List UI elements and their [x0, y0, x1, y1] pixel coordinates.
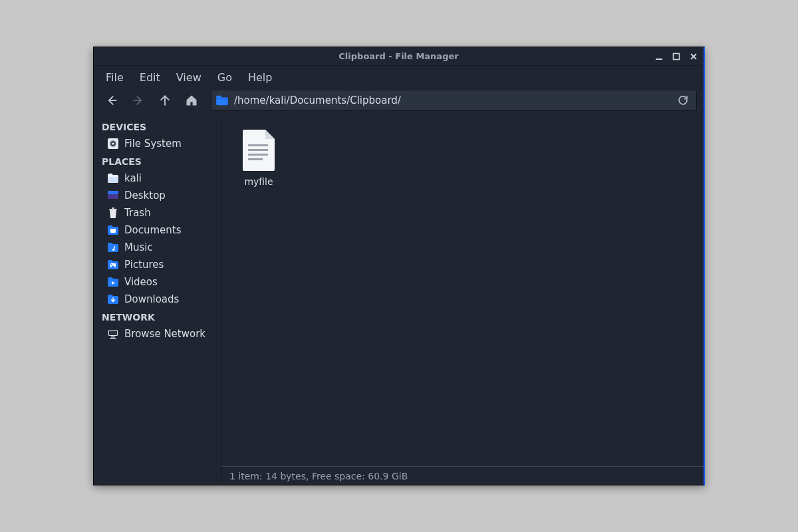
sidebar-item-label: Trash: [124, 207, 151, 219]
sidebar-item-label: File System: [124, 138, 182, 150]
sidebar-item-pictures[interactable]: Pictures: [94, 256, 221, 273]
window-controls: [652, 47, 701, 65]
menu-edit[interactable]: Edit: [133, 68, 167, 86]
sidebar-item-label: Music: [124, 241, 153, 253]
pictures-folder-icon: [107, 259, 119, 271]
close-icon: [690, 53, 698, 61]
svg-rect-1: [674, 53, 680, 59]
svg-rect-8: [109, 209, 117, 210]
arrow-right-icon: [132, 94, 145, 107]
svg-rect-0: [656, 59, 662, 60]
sidebar-header-places: PLACES: [94, 152, 221, 170]
file-item-myfile[interactable]: myfile: [232, 126, 285, 190]
menubar: File Edit View Go Help: [94, 66, 704, 88]
forward-button[interactable]: [127, 89, 150, 112]
maximize-icon: [672, 53, 680, 61]
pathbar[interactable]: [211, 90, 697, 111]
svg-point-11: [112, 249, 114, 251]
svg-rect-5: [108, 177, 118, 183]
music-folder-icon: [107, 241, 119, 253]
sidebar-item-label: Browse Network: [124, 328, 205, 340]
sidebar-item-label: Videos: [124, 276, 158, 288]
sidebar-item-label: Documents: [124, 224, 182, 236]
sidebar-item-videos[interactable]: Videos: [94, 273, 221, 291]
svg-point-13: [111, 264, 112, 265]
sidebar-item-file-system[interactable]: File System: [94, 135, 221, 152]
sidebar-header-devices: DEVICES: [94, 118, 221, 135]
sidebar-item-label: Pictures: [124, 259, 164, 271]
text-file-icon: [240, 128, 277, 172]
svg-rect-20: [248, 154, 268, 156]
sidebar-header-network: NETWORK: [94, 308, 221, 325]
sidebar-item-desktop[interactable]: Desktop: [94, 187, 221, 204]
minimize-icon: [655, 53, 663, 61]
home-button[interactable]: [180, 89, 203, 112]
file-grid[interactable]: myfile: [221, 115, 704, 466]
back-button[interactable]: [100, 89, 123, 112]
file-manager-window: Clipboard - File Manager File Edit View …: [93, 47, 705, 485]
home-icon: [185, 94, 198, 107]
content-area: myfile 1 item: 14 bytes, Free space: 60.…: [221, 115, 704, 485]
trash-icon: [107, 207, 119, 219]
svg-rect-15: [109, 331, 117, 335]
sidebar-item-label: Downloads: [124, 293, 179, 305]
refresh-button[interactable]: [674, 91, 692, 110]
home-folder-icon: [107, 172, 119, 184]
downloads-folder-icon: [107, 293, 119, 305]
window-body: DEVICES File System PLACES kali Desktop: [94, 115, 704, 485]
sidebar: DEVICES File System PLACES kali Desktop: [94, 115, 221, 485]
refresh-icon: [677, 94, 689, 106]
svg-rect-10: [110, 229, 116, 233]
drive-icon: [107, 138, 119, 150]
titlebar[interactable]: Clipboard - File Manager: [94, 47, 704, 66]
file-label: myfile: [244, 176, 273, 187]
parent-button[interactable]: [154, 89, 176, 112]
maximize-button[interactable]: [669, 49, 684, 64]
svg-rect-16: [111, 336, 115, 338]
sidebar-item-browse-network[interactable]: Browse Network: [94, 325, 221, 342]
menu-go[interactable]: Go: [211, 68, 239, 86]
sidebar-item-trash[interactable]: Trash: [94, 204, 221, 221]
svg-rect-17: [110, 338, 116, 339]
sidebar-item-label: kali: [124, 172, 142, 184]
svg-rect-7: [108, 191, 118, 194]
statusbar: 1 item: 14 bytes, Free space: 60.9 GiB: [221, 466, 704, 485]
svg-rect-18: [248, 144, 268, 146]
close-button[interactable]: [686, 49, 701, 64]
sidebar-item-documents[interactable]: Documents: [94, 221, 221, 239]
arrow-up-icon: [158, 94, 172, 107]
svg-rect-9: [112, 207, 114, 209]
menu-view[interactable]: View: [170, 68, 208, 86]
window-title: Clipboard - File Manager: [338, 51, 458, 61]
documents-folder-icon: [107, 224, 119, 236]
network-icon: [107, 328, 119, 340]
desktop-icon: [107, 190, 119, 201]
svg-point-4: [112, 143, 114, 145]
menu-help[interactable]: Help: [241, 68, 279, 86]
svg-rect-21: [248, 158, 263, 160]
minimize-button[interactable]: [652, 49, 666, 64]
toolbar: [94, 88, 704, 115]
svg-rect-19: [248, 149, 268, 151]
sidebar-item-music[interactable]: Music: [94, 239, 221, 256]
sidebar-item-downloads[interactable]: Downloads: [94, 291, 221, 308]
status-text: 1 item: 14 bytes, Free space: 60.9 GiB: [229, 471, 408, 481]
sidebar-item-kali[interactable]: kali: [94, 170, 221, 187]
menu-file[interactable]: File: [99, 68, 130, 86]
videos-folder-icon: [107, 276, 119, 288]
sidebar-item-label: Desktop: [124, 190, 166, 201]
path-input[interactable]: [234, 94, 671, 106]
folder-icon: [215, 95, 229, 106]
arrow-left-icon: [105, 94, 118, 107]
